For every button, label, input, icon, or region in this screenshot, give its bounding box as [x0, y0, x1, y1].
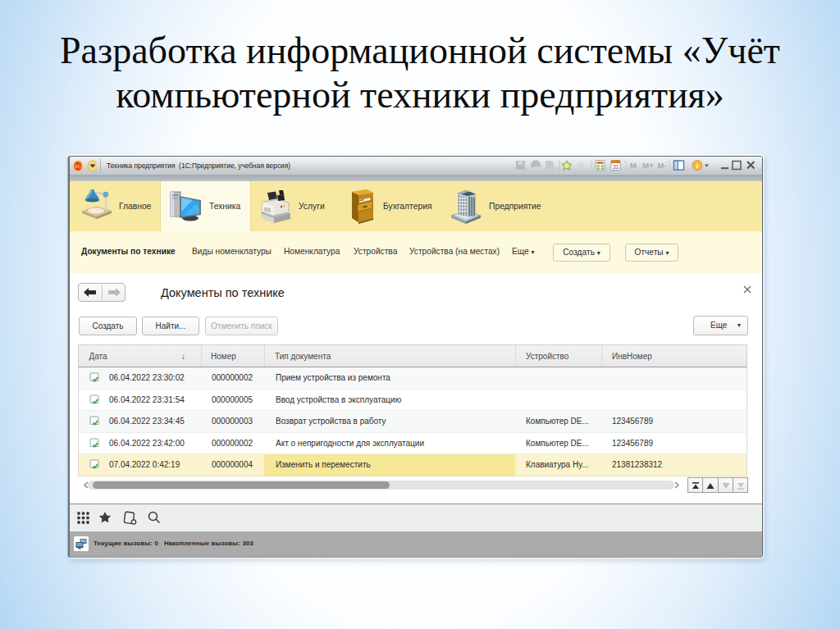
- svg-text:1C: 1C: [75, 163, 82, 170]
- svg-text:31: 31: [613, 164, 619, 170]
- svg-text:M M+ M-: M M+ M-: [630, 161, 667, 170]
